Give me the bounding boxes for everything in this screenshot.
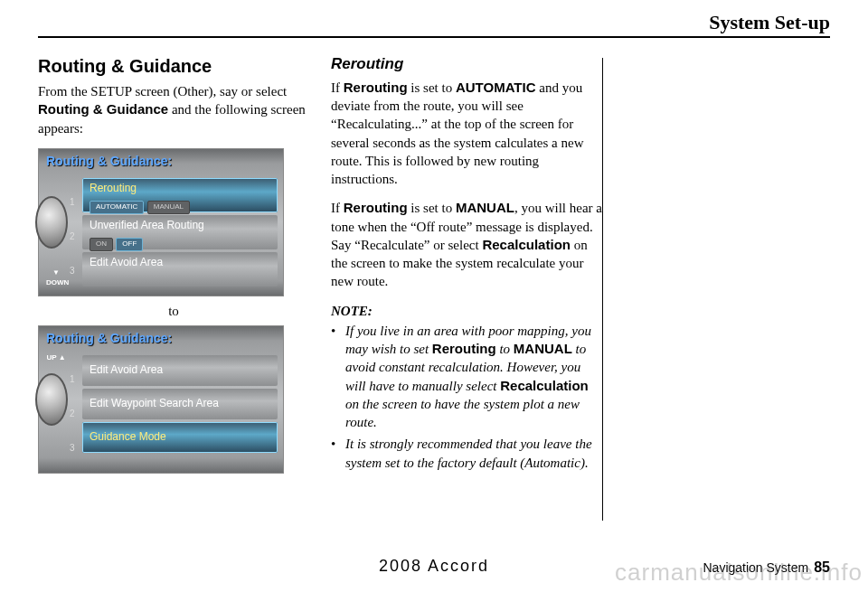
manual-page: System Set-up Routing & Guidance From th… xyxy=(0,0,868,592)
section-heading: Routing & Guidance xyxy=(38,54,309,79)
note-list: If you live in an area with poor mapping… xyxy=(331,322,602,472)
option-automatic: AUTOMATIC xyxy=(90,201,144,214)
note-heading: NOTE: xyxy=(331,302,602,320)
menu-rows: Edit Avoid Area Edit Waypoint Search Are… xyxy=(82,355,278,456)
to-label: to xyxy=(38,302,309,320)
option-on: ON xyxy=(90,238,113,251)
paragraph-manual: If Rerouting is set to MANUAL, you will … xyxy=(331,199,602,290)
menu-row-edit-avoid: Edit Avoid Area xyxy=(82,252,278,287)
note-item-2: It is strongly recommended that you leav… xyxy=(331,435,602,472)
down-arrow-label: ▼ DOWN xyxy=(46,268,66,288)
nav-screenshot-2: Routing & Guidance: UP ▲ 123 Edit Avoid … xyxy=(38,325,284,474)
paragraph-automatic: If Rerouting is set to AUTOMATIC and you… xyxy=(331,79,602,189)
column-2: Rerouting If Rerouting is set to AUTOMAT… xyxy=(331,54,602,524)
intro-paragraph: From the SETUP screen (Other), say or se… xyxy=(38,82,309,137)
menu-row-edit-avoid: Edit Avoid Area xyxy=(82,355,278,386)
column-divider xyxy=(602,58,603,521)
dial-knob xyxy=(35,196,68,249)
menu-row-guidance-mode: Guidance Mode xyxy=(82,422,278,453)
nav-screenshot-1: Routing & Guidance: ▼ DOWN 123 Rerouting… xyxy=(38,148,284,296)
screen-title: Routing & Guidance: xyxy=(46,153,172,170)
row-numbers: 123 xyxy=(70,185,75,288)
row-numbers: 123 xyxy=(70,362,75,465)
menu-row-rerouting: Rerouting AUTOMATIC MANUAL xyxy=(82,178,278,212)
menu-row-edit-waypoint: Edit Waypoint Search Area xyxy=(82,389,278,419)
model-year: 2008 Accord xyxy=(379,557,489,576)
dial-knob xyxy=(35,373,68,426)
option-off: OFF xyxy=(116,238,143,251)
chapter-title: System Set-up xyxy=(709,11,830,34)
option-manual: MANUAL xyxy=(147,201,190,214)
watermark: carmanualsonline.info xyxy=(615,559,863,587)
screen-title: Routing & Guidance: xyxy=(46,330,172,347)
menu-rows: Rerouting AUTOMATIC MANUAL Unverified Ar… xyxy=(82,178,278,289)
note-item-1: If you live in an area with poor mapping… xyxy=(331,322,602,432)
content-columns: Routing & Guidance From the SETUP screen… xyxy=(38,54,602,524)
menu-row-unverified: Unverified Area Routing ON OFF xyxy=(82,215,278,249)
up-arrow-label: UP ▲ xyxy=(46,353,66,363)
column-1: Routing & Guidance From the SETUP screen… xyxy=(38,54,309,524)
sub-heading: Rerouting xyxy=(331,54,602,75)
header-rule xyxy=(38,36,830,38)
